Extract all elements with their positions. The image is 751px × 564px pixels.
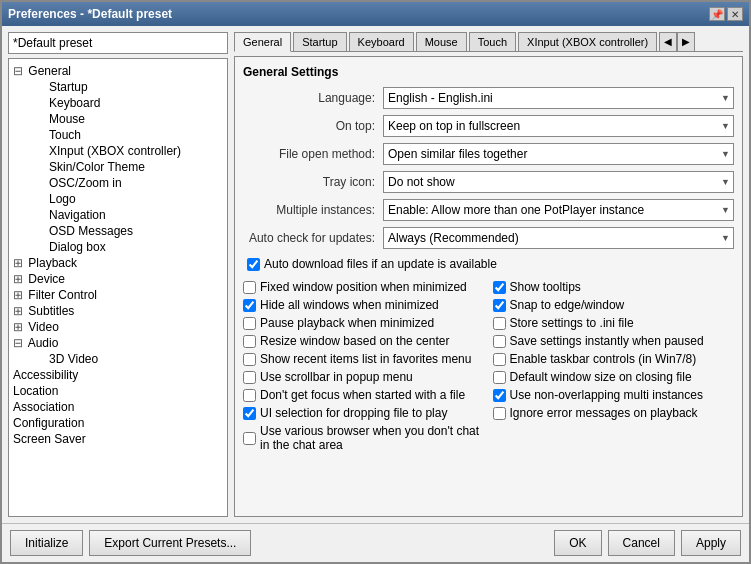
language-select-wrapper: English - English.ini [383, 87, 734, 109]
checkboxes-right-col: Show tooltips Snap to edge/window Store … [493, 279, 735, 453]
tray-select[interactable]: Do not show [383, 171, 734, 193]
checkbox-fixed-window[interactable]: Fixed window position when minimized [243, 279, 485, 295]
tree-item-osc[interactable]: OSC/Zoom in [25, 175, 223, 191]
autoupdate-select-wrapper: Always (Recommended) [383, 227, 734, 249]
checkboxes-left-col: Fixed window position when minimized Hid… [243, 279, 485, 453]
title-bar: Preferences - *Default preset 📌 ✕ [2, 2, 749, 26]
tree-item-location[interactable]: Location [13, 383, 223, 399]
ontop-select-wrapper: Keep on top in fullscreen [383, 115, 734, 137]
tab-keyboard[interactable]: Keyboard [349, 32, 414, 51]
checkbox-default-window-size[interactable]: Default window size on closing file [493, 369, 735, 385]
checkbox-no-focus[interactable]: Don't get focus when started with a file [243, 387, 485, 403]
tree-item-mouse[interactable]: Mouse [25, 111, 223, 127]
tree-item-3dvideo[interactable]: 3D Video [25, 351, 223, 367]
tree-item-xinput[interactable]: XInput (XBOX controller) [25, 143, 223, 159]
checkbox-ignore-errors[interactable]: Ignore error messages on playback [493, 405, 735, 421]
checkboxes-area: Fixed window position when minimized Hid… [243, 279, 734, 453]
panel-content: General Settings Language: English - Eng… [234, 56, 743, 517]
autoupdate-select[interactable]: Always (Recommended) [383, 227, 734, 249]
fileopen-label: File open method: [243, 147, 383, 161]
tab-mouse[interactable]: Mouse [416, 32, 467, 51]
checkbox-hide-windows[interactable]: Hide all windows when minimized [243, 297, 485, 313]
fileopen-select[interactable]: Open similar files together [383, 143, 734, 165]
tree-item-audio[interactable]: ⊟ Audio [13, 335, 223, 351]
tray-select-wrapper: Do not show [383, 171, 734, 193]
autoupdate-label: Auto check for updates: [243, 231, 383, 245]
tree-item-device[interactable]: ⊞ Device [13, 271, 223, 287]
checkbox-pause-minimized[interactable]: Pause playback when minimized [243, 315, 485, 331]
tab-startup[interactable]: Startup [293, 32, 346, 51]
initialize-button[interactable]: Initialize [10, 530, 83, 556]
preferences-window: Preferences - *Default preset 📌 ✕ *Defau… [0, 0, 751, 564]
tree-item-association[interactable]: Association [13, 399, 223, 415]
cancel-button[interactable]: Cancel [608, 530, 675, 556]
bottom-bar: Initialize Export Current Presets... OK … [2, 523, 749, 562]
main-content: *Default preset ⊟ General Startup Keyboa… [2, 26, 749, 523]
apply-button[interactable]: Apply [681, 530, 741, 556]
multiple-row: Multiple instances: Enable: Allow more t… [243, 199, 734, 221]
tab-overflow-right[interactable]: ▶ [677, 32, 695, 51]
tree-item-osd[interactable]: OSD Messages [25, 223, 223, 239]
checkbox-ui-drop[interactable]: UI selection for dropping file to play [243, 405, 485, 421]
checkbox-save-paused[interactable]: Save settings instantly when paused [493, 333, 735, 349]
checkbox-various-browser[interactable]: Use various browser when you don't chat … [243, 423, 485, 453]
ontop-row: On top: Keep on top in fullscreen [243, 115, 734, 137]
checkbox-taskbar-controls[interactable]: Enable taskbar controls (in Win7/8) [493, 351, 735, 367]
tree-item-startup[interactable]: Startup [25, 79, 223, 95]
title-bar-buttons: 📌 ✕ [709, 7, 743, 21]
tree-group-general: Startup Keyboard Mouse Touch XInput (XBO… [13, 79, 223, 255]
tray-label: Tray icon: [243, 175, 383, 189]
window-title: Preferences - *Default preset [8, 7, 172, 21]
auto-download-checkbox[interactable] [247, 258, 260, 271]
export-button[interactable]: Export Current Presets... [89, 530, 251, 556]
language-select[interactable]: English - English.ini [383, 87, 734, 109]
tree-item-video[interactable]: ⊞ Video [13, 319, 223, 335]
bottom-right-buttons: OK Cancel Apply [554, 530, 741, 556]
tab-touch[interactable]: Touch [469, 32, 516, 51]
language-label: Language: [243, 91, 383, 105]
checkbox-snap-edge[interactable]: Snap to edge/window [493, 297, 735, 313]
section-title: General Settings [243, 65, 734, 79]
tab-general[interactable]: General [234, 32, 291, 52]
tree-item-navigation[interactable]: Navigation [25, 207, 223, 223]
close-button[interactable]: ✕ [727, 7, 743, 21]
fileopen-select-wrapper: Open similar files together [383, 143, 734, 165]
language-row: Language: English - English.ini [243, 87, 734, 109]
tree-item-touch[interactable]: Touch [25, 127, 223, 143]
ontop-select[interactable]: Keep on top in fullscreen [383, 115, 734, 137]
multiple-select[interactable]: Enable: Allow more than one PotPlayer in… [383, 199, 734, 221]
ontop-label: On top: [243, 119, 383, 133]
tree-item-general[interactable]: ⊟ General [13, 63, 223, 79]
auto-download-label: Auto download files if an update is avai… [264, 257, 497, 271]
tree-panel: ⊟ General Startup Keyboard Mouse Touch X… [8, 58, 228, 517]
tree-item-configuration[interactable]: Configuration [13, 415, 223, 431]
checkbox-show-tooltips[interactable]: Show tooltips [493, 279, 735, 295]
tree-item-playback[interactable]: ⊞ Playback [13, 255, 223, 271]
tree-item-dialog[interactable]: Dialog box [25, 239, 223, 255]
checkbox-recent-items[interactable]: Show recent items list in favorites menu [243, 351, 485, 367]
tree-item-subtitles[interactable]: ⊞ Subtitles [13, 303, 223, 319]
tree-item-accessibility[interactable]: Accessibility [13, 367, 223, 383]
tree-item-skin[interactable]: Skin/Color Theme [25, 159, 223, 175]
multiple-select-wrapper: Enable: Allow more than one PotPlayer in… [383, 199, 734, 221]
ok-button[interactable]: OK [554, 530, 601, 556]
checkbox-resize-center[interactable]: Resize window based on the center [243, 333, 485, 349]
tree-item-logo[interactable]: Logo [25, 191, 223, 207]
checkbox-non-overlapping[interactable]: Use non-overlapping multi instances [493, 387, 735, 403]
tree-item-keyboard[interactable]: Keyboard [25, 95, 223, 111]
tab-xinput[interactable]: XInput (XBOX controller) [518, 32, 657, 51]
left-panel: *Default preset ⊟ General Startup Keyboa… [8, 32, 228, 517]
tree-item-filter[interactable]: ⊞ Filter Control [13, 287, 223, 303]
tree-group-audio: 3D Video [13, 351, 223, 367]
multiple-label: Multiple instances: [243, 203, 383, 217]
checkbox-store-settings[interactable]: Store settings to .ini file [493, 315, 735, 331]
right-panel: General Startup Keyboard Mouse Touch XIn… [234, 32, 743, 517]
tab-overflow-left[interactable]: ◀ [659, 32, 677, 51]
tree-item-screensaver[interactable]: Screen Saver [13, 431, 223, 447]
pin-button[interactable]: 📌 [709, 7, 725, 21]
preset-select[interactable]: *Default preset [8, 32, 228, 54]
auto-download-row[interactable]: Auto download files if an update is avai… [247, 255, 734, 273]
bottom-left-buttons: Initialize Export Current Presets... [10, 530, 251, 556]
autoupdate-row: Auto check for updates: Always (Recommen… [243, 227, 734, 249]
checkbox-scrollbar-popup[interactable]: Use scrollbar in popup menu [243, 369, 485, 385]
